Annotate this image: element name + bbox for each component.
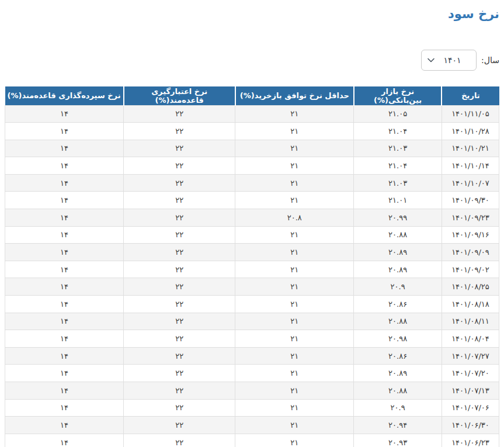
table-cell: ۲۲ [124,399,235,417]
table-cell: ۱۴۰۱/۰۷/۲۷ [442,347,499,365]
table-row: ۱۴۰۱/۰۷/۱۳۲۰.۸۸۲۱۲۲۱۴ [5,382,499,400]
table-cell: ۲۲ [124,244,235,261]
table-cell: ۲۰.۹۴ [354,417,442,434]
year-select-value: ۱۴۰۱ [435,56,470,65]
table-cell: ۲۱ [235,330,354,348]
table-row: ۱۴۰۱/۱۱/۰۵۲۱.۰۵۲۱۲۲۱۴ [5,105,499,123]
table-cell: ۱۴۰۱/۰۹/۰۹ [442,244,499,261]
table-cell: ۱۴ [5,278,124,296]
table-cell: ۲۱ [235,261,354,278]
table-cell: ۱۴ [5,399,124,417]
table-cell: ۱۴ [5,365,124,382]
year-select[interactable]: ۱۴۰۱ [421,50,477,71]
table-cell: ۲۱.۰۳ [354,174,442,192]
table-row: ۱۴۰۱/۰۹/۰۹۲۰.۸۹۲۱۲۲۱۴ [5,244,499,261]
column-header-interbank-rate: نرخ بازار بین‌بانکی(%) [354,86,442,105]
table-cell: ۲۲ [124,157,235,175]
column-header-regulated-credit-rate: نرخ اعتبارگیری قاعده‌مند(%) [124,86,235,105]
table-cell: ۲۱ [235,192,354,209]
table-cell: ۲۲ [124,278,235,296]
page: نرخ سود سال: ۱۴۰۱ تاریخ نرخ بازار بین‌با… [0,0,504,447]
table-cell: ۲۱ [235,123,354,140]
table-cell: ۲۲ [124,209,235,227]
table-cell: ۱۴۰۱/۰۷/۲۰ [442,365,499,382]
table-cell: ۱۴ [5,417,124,434]
table-cell: ۲۱ [235,278,354,296]
table-cell: ۱۴۰۱/۰۹/۰۲ [442,261,499,278]
year-filter: سال: ۱۴۰۱ [5,49,499,71]
table-cell: ۲۲ [124,105,235,123]
table-cell: ۲۱ [235,365,354,382]
table-cell: ۱۴۰۱/۰۶/۳۰ [442,417,499,434]
table-row: ۱۴۰۱/۱۰/۲۸۲۱.۰۴۲۱۲۲۱۴ [5,123,499,140]
table-cell: ۲۰.۹۳ [354,434,442,447]
table-cell: ۱۴ [5,192,124,209]
rates-table: تاریخ نرخ بازار بین‌بانکی(%) حداقل نرخ ت… [5,86,499,447]
page-title: نرخ سود [5,6,499,22]
table-cell: ۱۴۰۱/۰۸/۱۸ [442,296,499,313]
table-cell: ۲۲ [124,123,235,140]
table-row: ۱۴۰۱/۰۷/۲۰۲۰.۸۹۲۱۲۲۱۴ [5,365,499,382]
table-cell: ۲۰.۸۶ [354,296,442,313]
table-cell: ۱۴ [5,105,124,123]
table-cell: ۲۲ [124,417,235,434]
table-cell: ۱۴۰۱/۱۰/۰۷ [442,174,499,192]
table-cell: ۲۲ [124,174,235,192]
table-cell: ۱۴ [5,296,124,313]
table-row: ۱۴۰۱/۰۷/۲۷۲۰.۸۶۲۱۲۲۱۴ [5,347,499,365]
table-row: ۱۴۰۱/۱۰/۲۱۲۱.۰۳۲۱۲۲۱۴ [5,140,499,157]
table-cell: ۱۴ [5,174,124,192]
table-cell: ۲۱.۰۳ [354,140,442,157]
table-cell: ۱۴۰۱/۱۰/۱۴ [442,157,499,175]
table-cell: ۲۲ [124,365,235,382]
table-row: ۱۴۰۱/۰۸/۱۱۲۰.۸۸۲۱۲۲۱۴ [5,313,499,330]
column-header-min-repo-rate: حداقل نرخ توافق بازخرید(%) [235,86,354,105]
chevron-down-icon [427,58,435,63]
column-header-regulated-deposit-rate: نرخ سپرده‌گذاری قاعده‌مند(%) [5,86,124,105]
table-cell: ۲۱ [235,226,354,244]
table-cell: ۲۲ [124,192,235,209]
table-cell: ۲۱.۰۴ [354,123,442,140]
table-row: ۱۴۰۱/۰۹/۲۳۲۰.۹۹۲۰.۸۲۲۱۴ [5,209,499,227]
table-row: ۱۴۰۱/۰۶/۲۳۲۰.۹۳۲۱۲۲۱۴ [5,434,499,447]
table-cell: ۲۰.۸۸ [354,382,442,400]
table-cell: ۱۴۰۱/۱۰/۲۱ [442,140,499,157]
table-cell: ۲۲ [124,140,235,157]
table-cell: ۲۱ [235,434,354,447]
table-cell: ۱۴۰۱/۰۸/۱۱ [442,313,499,330]
table-header-row: تاریخ نرخ بازار بین‌بانکی(%) حداقل نرخ ت… [5,86,499,105]
table-cell: ۲۱.۰۱ [354,192,442,209]
table-cell: ۲۰.۹۹ [354,209,442,227]
table-cell: ۱۴۰۱/۰۷/۱۳ [442,382,499,400]
table-row: ۱۴۰۱/۰۸/۲۵۲۰.۹۲۱۲۲۱۴ [5,278,499,296]
table-cell: ۱۴ [5,123,124,140]
table-cell: ۲۱.۰۵ [354,105,442,123]
table-cell: ۱۴ [5,157,124,175]
table-cell: ۱۴ [5,140,124,157]
table-cell: ۱۴۰۱/۰۷/۰۶ [442,399,499,417]
table-cell: ۲۲ [124,226,235,244]
table-cell: ۲۲ [124,313,235,330]
table-row: ۱۴۰۱/۰۸/۱۸۲۰.۸۶۲۱۲۲۱۴ [5,296,499,313]
table-cell: ۲۰.۸۸ [354,313,442,330]
table-cell: ۱۴۰۱/۰۹/۳۰ [442,192,499,209]
table-cell: ۱۴۰۱/۱۱/۰۵ [442,105,499,123]
table-cell: ۲۰.۸۶ [354,347,442,365]
table-cell: ۲۱ [235,105,354,123]
table-cell: ۲۰.۹۸ [354,330,442,348]
table-cell: ۲۲ [124,347,235,365]
table-cell: ۲۲ [124,296,235,313]
table-cell: ۱۴۰۱/۰۹/۲۳ [442,209,499,227]
table-row: ۱۴۰۱/۰۹/۱۶۲۰.۸۸۲۱۲۲۱۴ [5,226,499,244]
table-body: ۱۴۰۱/۱۱/۰۵۲۱.۰۵۲۱۲۲۱۴۱۴۰۱/۱۰/۲۸۲۱.۰۴۲۱۲۲… [5,105,499,447]
table-row: ۱۴۰۱/۰۸/۰۴۲۰.۹۸۲۱۲۲۱۴ [5,330,499,348]
table-cell: ۲۲ [124,434,235,447]
table-cell: ۱۴ [5,244,124,261]
table-cell: ۱۴ [5,330,124,348]
table-header: تاریخ نرخ بازار بین‌بانکی(%) حداقل نرخ ت… [5,86,499,105]
table-cell: ۲۰.۸۸ [354,226,442,244]
table-cell: ۲۱ [235,244,354,261]
table-cell: ۲۰.۸۹ [354,244,442,261]
table-cell: ۲۱ [235,347,354,365]
table-cell: ۲۰.۸۹ [354,365,442,382]
